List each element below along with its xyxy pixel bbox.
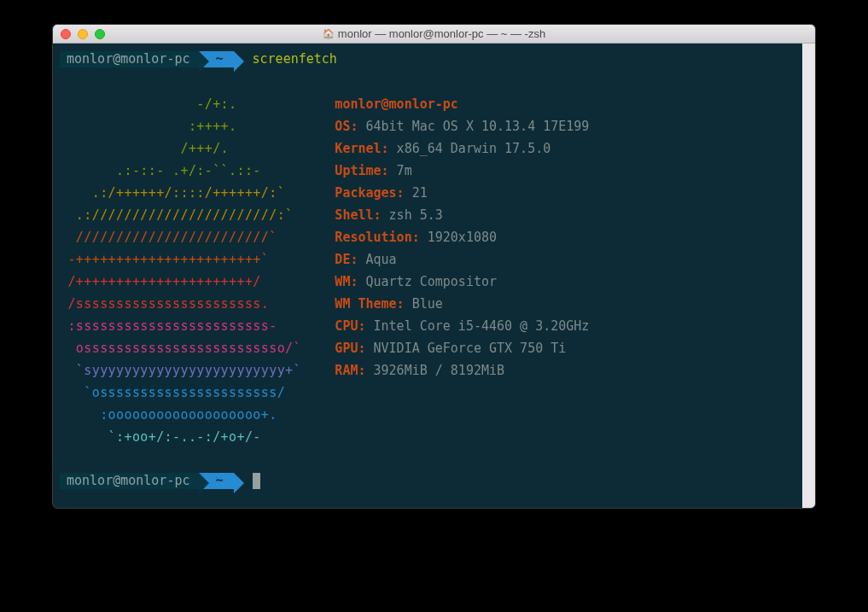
ram-value: 3926MiB / 8192MiB bbox=[374, 363, 505, 378]
gpu-value: NVIDIA GeForce GTX 750 Ti bbox=[374, 341, 567, 356]
ascii-l9: /++++++++++++++++++++++/ bbox=[60, 274, 309, 289]
ascii-l7: ////////////////////////` bbox=[60, 230, 309, 245]
shell-label: Shell: bbox=[335, 207, 381, 223]
prompt-host: monlor@monlor-pc bbox=[60, 51, 199, 67]
ascii-l6: .:///////////////////////:` bbox=[60, 207, 309, 223]
os-label: OS: bbox=[335, 119, 358, 134]
prompt-host-2: monlor@monlor-pc bbox=[60, 473, 199, 489]
minimize-icon[interactable] bbox=[78, 29, 88, 39]
ascii-l13: `syyyyyyyyyyyyyyyyyyyyyyyy+` bbox=[60, 363, 309, 378]
titlebar[interactable]: 🏠 monlor — monlor@monlor-pc — ~ — -zsh bbox=[53, 25, 815, 44]
terminal-body[interactable]: monlor@monlor-pc ~ screenfetch -/+:. :++… bbox=[53, 44, 815, 508]
terminal-window: 🏠 monlor — monlor@monlor-pc — ~ — -zsh m… bbox=[52, 24, 816, 509]
ascii-l1: -/+:. bbox=[60, 96, 309, 112]
window-title: 🏠 monlor — monlor@monlor-pc — ~ — -zsh bbox=[53, 27, 815, 40]
os-value: 64bit Mac OS X 10.13.4 17E199 bbox=[365, 119, 589, 134]
gpu-label: GPU: bbox=[335, 341, 365, 356]
ascii-l16: `:+oo+/:-..-:/+o+/- bbox=[60, 429, 309, 445]
wmtheme-value: Blue bbox=[412, 296, 443, 312]
uptime-label: Uptime: bbox=[335, 163, 388, 178]
wm-value: Quartz Compositor bbox=[365, 274, 497, 289]
close-icon[interactable] bbox=[61, 29, 71, 39]
de-label: DE: bbox=[335, 252, 358, 267]
ascii-l10: /sssssssssssssssssssssss. bbox=[60, 296, 309, 312]
ascii-l4: .:-::- .+/:-``.::- bbox=[60, 163, 309, 178]
resolution-value: 1920x1080 bbox=[428, 230, 497, 245]
scrollbar[interactable] bbox=[802, 44, 815, 508]
ascii-l15: :ooooooooooooooooooo+. bbox=[60, 407, 309, 423]
ascii-l8: -+++++++++++++++++++++++` bbox=[60, 252, 309, 267]
home-icon: 🏠 bbox=[323, 28, 335, 39]
kernel-value: x86_64 Darwin 17.5.0 bbox=[397, 141, 551, 156]
screenfetch-output: -/+:. :++++. /+++/. .:-::- .+/:-``.::- .… bbox=[60, 93, 808, 448]
zoom-icon[interactable] bbox=[95, 29, 105, 39]
traffic-lights bbox=[53, 29, 105, 39]
packages-value: 21 bbox=[412, 185, 428, 201]
ascii-l2: :++++. bbox=[60, 119, 309, 134]
window-title-text: monlor — monlor@monlor-pc — ~ — -zsh bbox=[338, 27, 545, 40]
command-text: screenfetch bbox=[253, 53, 337, 66]
ram-label: RAM: bbox=[335, 363, 365, 378]
prompt-line-2: monlor@monlor-pc ~ bbox=[60, 470, 808, 491]
ascii-l12: osssssssssssssssssssssssso/` bbox=[60, 341, 309, 356]
wmtheme-label: WM Theme: bbox=[335, 296, 404, 312]
cpu-value: Intel Core i5-4460 @ 3.20GHz bbox=[374, 318, 590, 334]
cpu-label: CPU: bbox=[335, 318, 365, 334]
kernel-label: Kernel: bbox=[335, 141, 388, 156]
cursor[interactable] bbox=[253, 473, 260, 489]
ascii-logo: -/+:. :++++. /+++/. .:-::- .+/:-``.::- .… bbox=[60, 93, 309, 448]
shell-value: zsh 5.3 bbox=[389, 207, 443, 223]
de-value: Aqua bbox=[365, 252, 396, 267]
ascii-l3: /+++/. bbox=[60, 141, 309, 156]
ascii-l5: .:/++++++/::::/++++++/:` bbox=[60, 185, 309, 201]
system-info: monlor@monlor-pc OS: 64bit Mac OS X 10.1… bbox=[335, 93, 589, 448]
resolution-label: Resolution: bbox=[335, 230, 419, 245]
ascii-l14: `ossssssssssssssssssssss/ bbox=[60, 385, 309, 400]
wm-label: WM: bbox=[335, 274, 358, 289]
uptime-value: 7m bbox=[397, 163, 412, 178]
info-userhost: monlor@monlor-pc bbox=[335, 96, 458, 112]
prompt-line-1: monlor@monlor-pc ~ screenfetch bbox=[60, 49, 808, 69]
ascii-l11: :ssssssssssssssssssssssss- bbox=[60, 318, 309, 334]
packages-label: Packages: bbox=[335, 185, 404, 201]
